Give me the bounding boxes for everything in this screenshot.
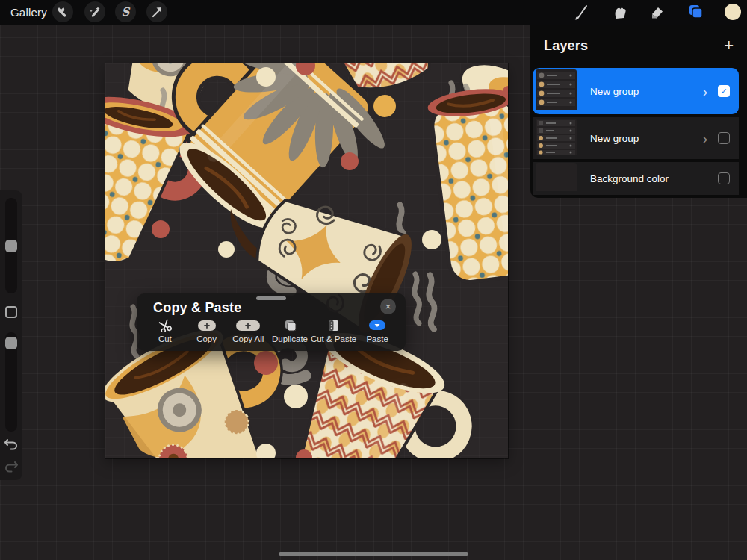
wrench-icon [56, 5, 69, 19]
transform-arrow-icon [150, 5, 164, 19]
chevron-right-icon[interactable]: › [703, 131, 707, 146]
action-label: Duplicate [272, 335, 308, 343]
color-tool-button[interactable] [722, 1, 744, 22]
opacity-slider-handle[interactable] [5, 337, 17, 349]
layer-visibility-checkbox[interactable] [718, 132, 730, 144]
smudge-finger-icon [612, 3, 628, 21]
adjustments-button[interactable] [84, 1, 105, 22]
action-label: Copy [196, 335, 217, 343]
procreate-workspace: Gallery S [0, 0, 747, 560]
layer-row-new-group-1[interactable]: New group › ✓ [533, 68, 739, 114]
action-label: Cut [158, 335, 172, 343]
cut-paste-icon [328, 318, 340, 332]
layers-panel: Layers + New group › ✓ [530, 25, 747, 198]
duplicate-icon [283, 318, 297, 332]
layer-visibility-checkbox[interactable]: ✓ [718, 85, 730, 97]
popup-title: Copy & Paste [153, 300, 241, 316]
layers-icon [686, 3, 704, 21]
gallery-button[interactable]: Gallery [10, 6, 47, 19]
layers-panel-title: Layers [544, 38, 588, 54]
copy-all-button[interactable]: Copy All [227, 318, 269, 348]
popup-drag-handle[interactable] [256, 296, 286, 300]
layer-visibility-checkbox[interactable] [718, 172, 730, 184]
coffee-mug-pattern-artwork [105, 63, 508, 458]
action-label: Copy All [232, 335, 264, 343]
modify-button[interactable] [5, 306, 17, 318]
erase-tool-button[interactable] [646, 1, 669, 22]
layer-name: New group [590, 133, 703, 144]
action-label: Paste [366, 335, 388, 343]
popup-close-button[interactable]: × [380, 299, 396, 314]
brush-size-slider-handle[interactable] [5, 240, 17, 252]
add-layer-button[interactable]: + [724, 38, 734, 53]
close-icon: × [385, 301, 391, 312]
top-toolbar: Gallery S [0, 0, 747, 25]
cut-and-paste-button[interactable]: Cut & Paste [311, 318, 356, 348]
layer-row-background-color[interactable]: Background color [533, 162, 739, 195]
action-label: Cut & Paste [311, 335, 356, 343]
chevron-right-icon[interactable]: › [703, 84, 707, 99]
cut-button[interactable]: Cut [144, 318, 186, 348]
smudge-tool-button[interactable] [609, 1, 631, 22]
eraser-icon [649, 3, 666, 21]
layer-name: New group [590, 86, 703, 97]
drawing-canvas[interactable] [105, 63, 508, 458]
brush-sidebar [0, 190, 22, 480]
copy-pill-icon [197, 318, 217, 332]
magic-wand-icon [88, 5, 102, 19]
color-swatch-icon [724, 3, 742, 21]
undo-button[interactable] [3, 437, 19, 450]
layer-name: Background color [590, 173, 718, 184]
copy-button[interactable]: Copy [186, 318, 228, 348]
layer-row-new-group-2[interactable]: New group › [533, 117, 739, 159]
duplicate-button[interactable]: Duplicate [269, 318, 311, 348]
paste-pill-icon [368, 318, 386, 332]
transform-button[interactable] [146, 1, 167, 22]
background-color-thumbnail[interactable] [536, 163, 577, 194]
home-indicator[interactable] [279, 552, 468, 556]
undo-arrow-icon [3, 437, 19, 450]
layer-thumbnail[interactable] [536, 69, 577, 113]
paint-tool-button[interactable] [570, 1, 592, 22]
scissors-icon [158, 318, 172, 332]
layer-thumbnail[interactable] [536, 119, 577, 158]
actions-button[interactable] [52, 1, 73, 22]
selection-button[interactable]: S [115, 1, 136, 22]
redo-button[interactable] [3, 459, 19, 473]
layers-tool-button[interactable] [684, 1, 707, 22]
copy-paste-popup: Copy & Paste × Cut Copy [137, 293, 406, 351]
copy-all-pill-icon [235, 318, 261, 332]
brush-icon [573, 3, 589, 21]
paste-button[interactable]: Paste [356, 318, 398, 348]
selection-s-icon: S [122, 5, 130, 19]
redo-arrow-icon [3, 459, 19, 473]
